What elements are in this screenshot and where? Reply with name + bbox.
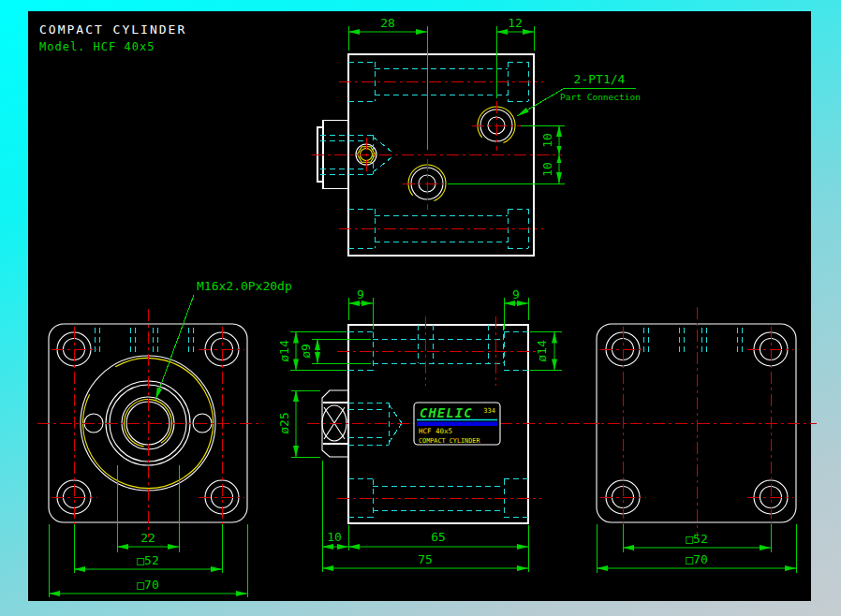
dim-10-lower: 10 xyxy=(540,162,554,177)
nameplate-product: COMPACT CYLINDER xyxy=(419,437,480,445)
thread-label: M16x2.0Px20dp xyxy=(197,279,292,293)
paper-area xyxy=(28,11,811,601)
dim-65: 65 xyxy=(431,530,446,544)
port-label: 2-PT1/4 xyxy=(574,72,626,86)
brand-code: 334 xyxy=(483,407,495,415)
dim-d14-left: ø14 xyxy=(277,340,291,362)
dim-75: 75 xyxy=(418,552,433,566)
dim-d14-right: ø14 xyxy=(535,340,549,362)
dim-10: 10 xyxy=(327,530,342,544)
drawing-canvas: COMPACT CYLINDER Model. HCF 40x5 xyxy=(0,0,841,616)
drawing-model: Model. HCF 40x5 xyxy=(39,40,155,53)
dim-10-upper: 10 xyxy=(540,133,554,148)
dim-9-right: 9 xyxy=(512,287,520,301)
brand-logo: CHELIC xyxy=(420,405,473,420)
dim-sq52: □52 xyxy=(686,532,707,546)
nameplate-model: HCF 40x5 xyxy=(419,427,452,435)
dim-28: 28 xyxy=(380,16,395,30)
dim-sq70: □70 xyxy=(686,552,707,566)
cad-window: COMPACT CYLINDER Model. HCF 40x5 xyxy=(0,0,841,616)
port-sublabel: Part Connection xyxy=(560,92,641,102)
dim-22: 22 xyxy=(140,531,155,545)
dim-sq52: □52 xyxy=(137,553,158,567)
dim-12: 12 xyxy=(508,16,523,30)
drawing-title: COMPACT CYLINDER xyxy=(39,22,186,37)
dim-d25: ø25 xyxy=(277,412,291,433)
dim-9-left: 9 xyxy=(357,287,364,301)
nameplate-bar xyxy=(417,422,497,427)
dim-sq70: □70 xyxy=(137,578,158,592)
dim-d9: ø9 xyxy=(299,344,313,359)
